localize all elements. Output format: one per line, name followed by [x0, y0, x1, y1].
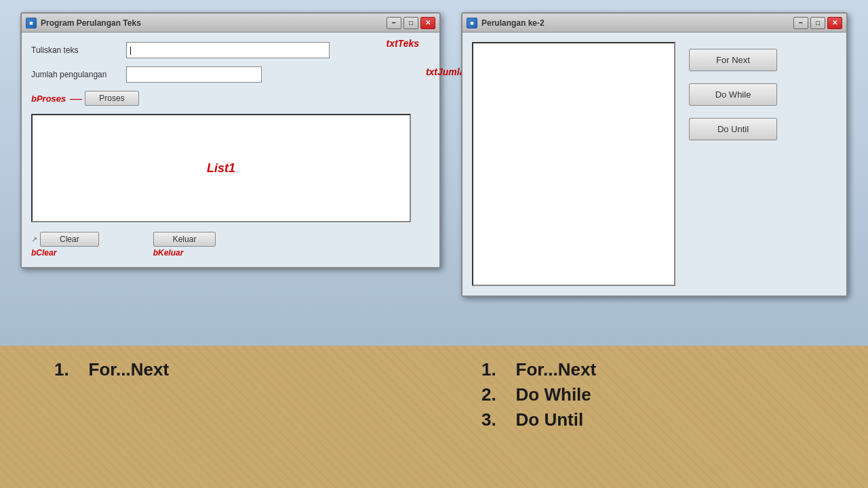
- bottom-right: 1. For...Next 2. Do While 3. Do Until: [441, 359, 868, 434]
- window-icon-2: ■: [467, 18, 477, 28]
- txtJumlah-input[interactable]: [126, 66, 262, 83]
- close-btn-1[interactable]: ✕: [420, 17, 435, 29]
- proses-button[interactable]: Proses: [85, 91, 138, 106]
- for-next-button[interactable]: For Next: [689, 49, 777, 71]
- titlebar-1: ■ Program Perulangan Teks − □ ✕: [22, 14, 439, 33]
- list1-label: List1: [207, 161, 235, 176]
- label-tuliskan: Tuliskan teks: [31, 45, 126, 55]
- keluar-button[interactable]: Keluar: [153, 232, 216, 247]
- minimize-btn-1[interactable]: −: [387, 17, 401, 29]
- window-controls-2: − □ ✕: [793, 17, 842, 29]
- bottom-area: 1. For...Next 1. For...Next 2. Do While …: [0, 346, 868, 488]
- window-title-1: Program Perulangan Teks: [41, 18, 141, 28]
- annotation-bclear: bClear: [31, 248, 56, 258]
- proses-row: bProses — Proses: [31, 91, 430, 106]
- bottom-left: 1. For...Next: [0, 359, 441, 384]
- buttons-column: For Next Do While Do Until: [689, 42, 777, 286]
- window-title-2: Perulangan ke-2: [481, 18, 545, 28]
- restore-btn-2[interactable]: □: [810, 17, 825, 29]
- clear-group: ↗ Clear bClear: [31, 232, 99, 258]
- form-row-jumlah: Jumlah pengulangan txtJumlah: [31, 66, 430, 83]
- window-body-1: txtTeks Tuliskan teks Jumlah pengulangan…: [22, 33, 439, 267]
- annotation-bkeluar: bKeluar: [153, 248, 184, 258]
- window-controls-1: − □ ✕: [387, 17, 435, 29]
- bottom-left-item-1: 1. For...Next: [54, 359, 441, 380]
- bottom-right-item-1: 1. For...Next: [481, 359, 868, 380]
- bottom-right-item-2: 2. Do While: [481, 384, 868, 405]
- bottom-right-item-3: 3. Do Until: [481, 409, 868, 430]
- txtTeks-input[interactable]: [126, 42, 330, 58]
- annotation-txtTeks: txtTeks: [386, 38, 419, 49]
- window-perulangan-ke2: ■ Perulangan ke-2 − □ ✕ For Next Do Whil…: [461, 12, 848, 297]
- minimize-btn-2[interactable]: −: [793, 17, 808, 29]
- do-until-button[interactable]: Do Until: [689, 118, 777, 140]
- close-btn-2[interactable]: ✕: [827, 17, 842, 29]
- window-body-2: For Next Do While Do Until: [462, 33, 846, 296]
- annotation-bproses: bProses: [31, 94, 66, 104]
- listbox-2: [472, 42, 675, 286]
- keluar-group: Keluar bKeluar: [153, 232, 216, 258]
- restore-btn-1[interactable]: □: [403, 17, 418, 29]
- window-icon-1: ■: [26, 18, 37, 28]
- list-box-1: List1: [31, 114, 411, 222]
- titlebar-2: ■ Perulangan ke-2 − □ ✕: [462, 14, 846, 33]
- clear-button[interactable]: Clear: [40, 232, 99, 247]
- form-row-teks: Tuliskan teks: [31, 42, 430, 58]
- window-perulangan-teks: ■ Program Perulangan Teks − □ ✕ txtTeks …: [20, 12, 441, 268]
- do-while-button[interactable]: Do While: [689, 83, 777, 106]
- bottom-button-row: ↗ Clear bClear Keluar bKeluar: [31, 232, 430, 258]
- label-jumlah: Jumlah pengulangan: [31, 70, 126, 79]
